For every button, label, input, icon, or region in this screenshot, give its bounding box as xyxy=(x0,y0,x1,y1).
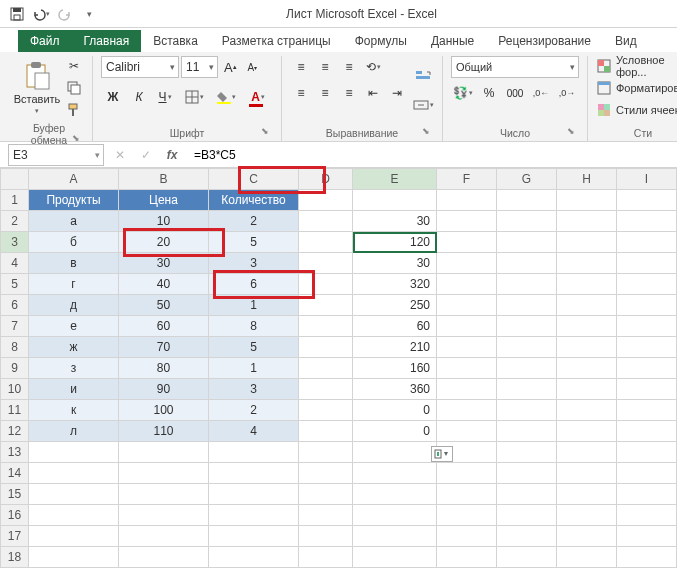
col-header-G[interactable]: G xyxy=(497,169,557,190)
cell[interactable] xyxy=(557,358,617,379)
formula-input[interactable] xyxy=(188,144,677,166)
cell[interactable] xyxy=(617,463,677,484)
cell[interactable] xyxy=(119,484,209,505)
cancel-icon[interactable]: ✕ xyxy=(112,148,128,162)
cell[interactable] xyxy=(209,547,299,568)
border-button[interactable] xyxy=(179,86,209,108)
cell[interactable] xyxy=(617,316,677,337)
tab-insert[interactable]: Вставка xyxy=(141,30,210,52)
cell[interactable]: ж xyxy=(29,337,119,358)
cell-B3[interactable]: 20 xyxy=(119,232,209,253)
cell[interactable]: 1 xyxy=(209,295,299,316)
cell[interactable] xyxy=(497,484,557,505)
enter-icon[interactable]: ✓ xyxy=(138,148,154,162)
cell[interactable] xyxy=(557,484,617,505)
cell[interactable] xyxy=(29,484,119,505)
cell[interactable]: з xyxy=(29,358,119,379)
cell[interactable]: 90 xyxy=(119,379,209,400)
cell[interactable] xyxy=(557,400,617,421)
name-box[interactable]: E3 xyxy=(8,144,104,166)
cell[interactable] xyxy=(557,463,617,484)
cell[interactable] xyxy=(299,463,353,484)
cell[interactable] xyxy=(209,526,299,547)
cell[interactable] xyxy=(29,442,119,463)
tab-data[interactable]: Данные xyxy=(419,30,486,52)
cell[interactable] xyxy=(437,421,497,442)
col-header-B[interactable]: B xyxy=(119,169,209,190)
cell[interactable]: 30 xyxy=(353,211,437,232)
cell[interactable] xyxy=(437,211,497,232)
cell[interactable] xyxy=(353,190,437,211)
cell[interactable] xyxy=(557,190,617,211)
cell[interactable]: к xyxy=(29,400,119,421)
row-header[interactable]: 13 xyxy=(1,442,29,463)
cell[interactable] xyxy=(497,316,557,337)
cell[interactable] xyxy=(497,505,557,526)
cell[interactable]: 100 xyxy=(119,400,209,421)
paste-button[interactable]: Вставить ▾ xyxy=(14,56,60,120)
grow-font-icon[interactable]: A▴ xyxy=(220,56,240,78)
cell[interactable] xyxy=(353,547,437,568)
row-header[interactable]: 4 xyxy=(1,253,29,274)
format-painter-icon[interactable] xyxy=(64,100,84,120)
cell[interactable]: 110 xyxy=(119,421,209,442)
redo-icon[interactable] xyxy=(54,3,76,25)
cell[interactable]: 3 xyxy=(209,379,299,400)
cell[interactable]: д xyxy=(29,295,119,316)
number-expand-icon[interactable]: ⬊ xyxy=(565,126,577,138)
cell[interactable] xyxy=(617,484,677,505)
cell[interactable] xyxy=(437,547,497,568)
row-header[interactable]: 11 xyxy=(1,400,29,421)
cell[interactable] xyxy=(497,442,557,463)
format-table-button[interactable]: Форматироват... xyxy=(596,78,677,98)
cell[interactable]: а xyxy=(29,211,119,232)
cell[interactable] xyxy=(209,484,299,505)
number-format-select[interactable]: Общий xyxy=(451,56,579,78)
orientation-icon[interactable]: ⟲ xyxy=(362,56,384,78)
cell[interactable] xyxy=(299,337,353,358)
row-header[interactable]: 5 xyxy=(1,274,29,295)
row-header[interactable]: 8 xyxy=(1,337,29,358)
row-header[interactable]: 9 xyxy=(1,358,29,379)
cell[interactable]: Цена xyxy=(119,190,209,211)
underline-button[interactable]: Ч xyxy=(153,86,177,108)
bold-button[interactable]: Ж xyxy=(101,86,125,108)
tab-file[interactable]: Файл xyxy=(18,30,72,52)
shrink-font-icon[interactable]: A▾ xyxy=(242,56,262,78)
cell[interactable]: 0 xyxy=(353,421,437,442)
cell[interactable]: 2 xyxy=(209,211,299,232)
cell[interactable] xyxy=(209,442,299,463)
percent-icon[interactable]: % xyxy=(477,82,501,104)
cell[interactable]: Продукты xyxy=(29,190,119,211)
cell[interactable] xyxy=(29,526,119,547)
cell[interactable] xyxy=(617,190,677,211)
cell[interactable]: 30 xyxy=(353,253,437,274)
cell[interactable]: 60 xyxy=(353,316,437,337)
currency-icon[interactable]: 💱 xyxy=(451,82,475,104)
cell[interactable] xyxy=(617,400,677,421)
cell[interactable]: л xyxy=(29,421,119,442)
cell[interactable] xyxy=(617,232,677,253)
dec-decimal-icon[interactable]: ,0→ xyxy=(555,82,579,104)
cell[interactable] xyxy=(299,358,353,379)
cell[interactable] xyxy=(497,295,557,316)
cell[interactable] xyxy=(29,547,119,568)
cell[interactable]: 70 xyxy=(119,337,209,358)
cell[interactable] xyxy=(119,505,209,526)
cell[interactable] xyxy=(299,253,353,274)
cell[interactable] xyxy=(557,442,617,463)
cell[interactable] xyxy=(437,484,497,505)
save-icon[interactable] xyxy=(6,3,28,25)
cell[interactable] xyxy=(437,505,497,526)
cell[interactable]: 210 xyxy=(353,337,437,358)
cell[interactable] xyxy=(209,505,299,526)
tab-view[interactable]: Вид xyxy=(603,30,649,52)
cell[interactable]: 0 xyxy=(353,400,437,421)
spreadsheet[interactable]: A B C D E F G H I 1 Продукты Цена Количе… xyxy=(0,168,677,568)
cell[interactable]: 5 xyxy=(209,232,299,253)
comma-icon[interactable]: 000 xyxy=(503,82,527,104)
cell[interactable] xyxy=(497,211,557,232)
col-header-E[interactable]: E xyxy=(353,169,437,190)
cell[interactable] xyxy=(299,232,353,253)
cell[interactable] xyxy=(617,274,677,295)
